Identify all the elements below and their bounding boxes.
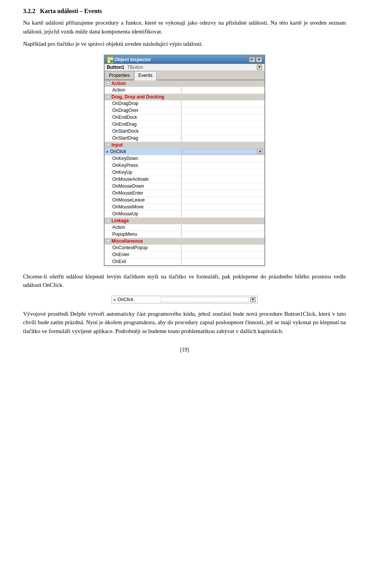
- section-title: Karta události – Events: [40, 8, 102, 14]
- row-onstartdock-key: OnStartDock: [105, 128, 181, 135]
- section-number: 3.2.2: [23, 8, 35, 14]
- row-onkeyup-value: [181, 169, 264, 176]
- section-dnd-header: − Drag, Drop and Docking: [105, 94, 264, 100]
- svg-rect-3: [108, 60, 110, 62]
- row-onmousedown-key: OnMouseDown: [105, 183, 181, 190]
- paragraph-3: Chceme-li ošetřit událost klepnutí levým…: [23, 272, 346, 290]
- row-onkeydown-key: OnKeyDown: [105, 155, 181, 162]
- row-onexit-value: [181, 258, 264, 265]
- row-ondragdrop[interactable]: OnDragDrop: [105, 100, 264, 107]
- row-onenter-key: OnEnter: [105, 252, 181, 258]
- row-onenddock-value: [181, 114, 264, 121]
- row-oncontextpopup-key: OnContextPopup: [105, 245, 181, 251]
- row-onenddock[interactable]: OnEndDock: [105, 114, 264, 121]
- small-onclick-value-area[interactable]: [161, 297, 249, 302]
- row-ondragover[interactable]: OnDragOver: [105, 107, 264, 114]
- row-onmouseup-value: [181, 211, 264, 217]
- row-onclick-key: » OnClick: [105, 148, 181, 155]
- row-onmousemove-value: [181, 204, 264, 210]
- small-snippet-container: » OnClick ▼: [23, 296, 346, 303]
- oi-body: − Action Action − Drag, Drop and Docking…: [105, 80, 264, 265]
- row-onmousemove[interactable]: OnMouseMove: [105, 204, 264, 211]
- row-onstartdrag[interactable]: OnStartDrag: [105, 135, 264, 142]
- row-ondragdrop-value: [181, 100, 264, 107]
- section-dnd-label: Drag, Drop and Docking: [111, 94, 164, 100]
- row-onenddrag[interactable]: OnEndDrag: [105, 121, 264, 128]
- onclick-arrow-marker: »: [106, 149, 108, 154]
- row-onkeyup[interactable]: OnKeyUp: [105, 169, 264, 176]
- row-onmousedown-value: [181, 183, 264, 190]
- row-onclick-value: ▼: [181, 148, 264, 155]
- row-oncontextpopup[interactable]: OnContextPopup: [105, 245, 264, 252]
- small-arrow-icon: »: [113, 297, 116, 302]
- row-action-key: Action: [105, 87, 181, 93]
- row-onenddrag-key: OnEndDrag: [105, 121, 181, 128]
- row-onstartdrag-key: OnStartDrag: [105, 135, 181, 142]
- row-onmouseup[interactable]: OnMouseUp: [105, 211, 264, 218]
- row-onstartdrag-value: [181, 135, 264, 142]
- row-onenddock-key: OnEndDock: [105, 114, 181, 121]
- row-onkeypress-key: OnKeyPress: [105, 162, 181, 169]
- oi-component-type: TButton: [127, 65, 143, 70]
- oi-close-button[interactable]: ✕: [256, 57, 262, 62]
- oi-titlebar: Object Inspector ⊢ ✕: [105, 55, 264, 64]
- collapse-input[interactable]: −: [106, 143, 110, 147]
- paragraph-1: Na kartě události přiřazujeme procedury …: [23, 18, 346, 36]
- row-onmouseactivate[interactable]: OnMouseActivate: [105, 176, 264, 183]
- row-onstartdock[interactable]: OnStartDock: [105, 128, 264, 135]
- object-inspector-window: Object Inspector ⊢ ✕ Button1 TButton ▼ P…: [104, 55, 265, 266]
- section-action-header: − Action: [105, 80, 264, 87]
- small-onclick-dropdown[interactable]: ▼: [250, 297, 256, 302]
- object-inspector-container: Object Inspector ⊢ ✕ Button1 TButton ▼ P…: [23, 55, 346, 266]
- oi-title-label: Object Inspector: [115, 57, 151, 62]
- row-onmouseup-key: OnMouseUp: [105, 211, 181, 217]
- oi-title-icon: [107, 57, 113, 63]
- oi-component-dropdown[interactable]: ▼: [257, 65, 262, 70]
- collapse-dnd[interactable]: −: [106, 95, 110, 99]
- collapse-misc[interactable]: −: [106, 239, 110, 243]
- row-onkeypress[interactable]: OnKeyPress: [105, 162, 264, 169]
- row-onkeydown[interactable]: OnKeyDown: [105, 155, 264, 162]
- onclick-value-dotted: [183, 149, 257, 154]
- onclick-value-dropdown[interactable]: ▼: [258, 149, 263, 154]
- paragraph-4: Vývojové prostředí Delphi vytvoří automa…: [23, 310, 346, 336]
- row-onmouseactivate-value: [181, 176, 264, 183]
- row-onmouseleave[interactable]: OnMouseLeave: [105, 197, 264, 204]
- row-onkeyup-key: OnKeyUp: [105, 169, 181, 176]
- row-onmouseleave-key: OnMouseLeave: [105, 197, 181, 203]
- row-oncontextpopup-value: [181, 245, 264, 251]
- row-onenter[interactable]: OnEnter: [105, 252, 264, 258]
- row-onenter-value: [181, 252, 264, 258]
- row-onenddrag-value: [181, 121, 264, 128]
- oi-tabs: Properties Events: [105, 71, 264, 80]
- row-onkeypress-value: [181, 162, 264, 169]
- svg-rect-1: [108, 58, 110, 60]
- tab-events[interactable]: Events: [134, 71, 157, 80]
- row-linkage-action[interactable]: Action: [105, 224, 264, 231]
- collapse-action[interactable]: −: [106, 82, 110, 85]
- row-ondragover-key: OnDragOver: [105, 107, 181, 114]
- row-popupmenu[interactable]: PopupMenu: [105, 231, 264, 238]
- row-onclick[interactable]: » OnClick ▼: [105, 148, 264, 155]
- svg-rect-2: [111, 58, 113, 60]
- row-onmouseenter[interactable]: OnMouseEnter: [105, 190, 264, 197]
- row-onmousedown[interactable]: OnMouseDown: [105, 183, 264, 190]
- svg-rect-4: [111, 60, 113, 62]
- section-misc-label: Miscellaneous: [111, 238, 143, 244]
- oi-pin-button[interactable]: ⊢: [249, 57, 255, 62]
- section-misc-header: − Miscellaneous: [105, 238, 264, 245]
- row-onexit[interactable]: OnExit: [105, 258, 264, 265]
- row-onmouseenter-value: [181, 190, 264, 197]
- row-linkage-action-key: Action: [105, 224, 181, 231]
- tab-properties[interactable]: Properties: [105, 71, 134, 80]
- row-action-value: [181, 87, 264, 93]
- collapse-linkage[interactable]: −: [106, 219, 110, 223]
- small-onclick-key: OnClick: [117, 297, 160, 302]
- row-action[interactable]: Action: [105, 87, 264, 94]
- section-linkage-header: − Linkage: [105, 218, 264, 224]
- row-onmouseactivate-key: OnMouseActivate: [105, 176, 181, 183]
- row-onkeydown-value: [181, 155, 264, 162]
- section-action-label: Action: [111, 81, 126, 86]
- row-onexit-key: OnExit: [105, 258, 181, 265]
- row-onmouseleave-value: [181, 197, 264, 203]
